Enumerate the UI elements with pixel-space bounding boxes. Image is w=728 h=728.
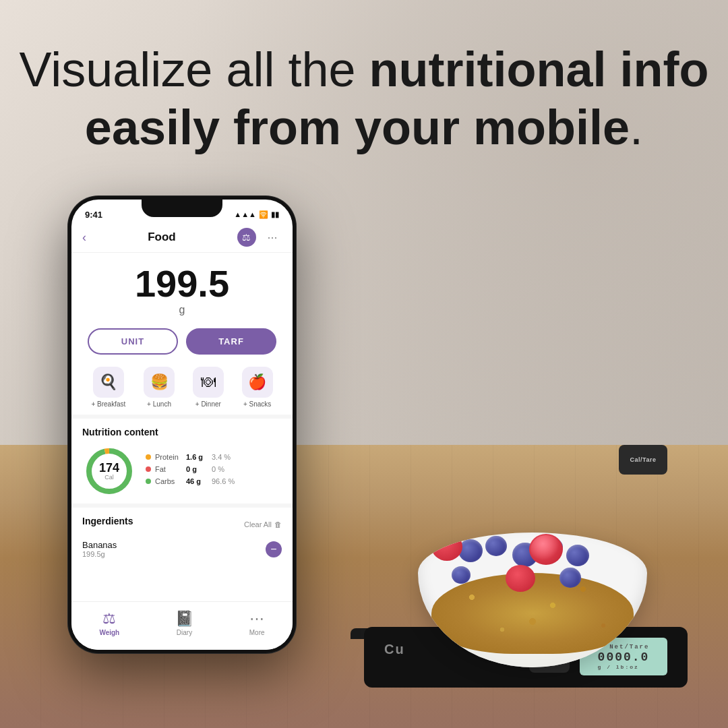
nutrition-content: 174 Cal Protein 1.6 g 3.4 % [82,444,282,498]
protein-row: Protein 1.6 g 3.4 % [146,453,282,461]
fat-dot [146,466,151,472]
bottom-nav: ⚖ Weigh 📓 Diary ⋯ More [71,601,293,650]
action-buttons: UNIT TARF [71,322,293,361]
dinner-item[interactable]: 🍽 + Dinner [193,367,224,408]
dinner-label: + Dinner [195,400,221,408]
more-button[interactable]: ··· [263,228,282,247]
diary-nav-icon: 📓 [175,610,193,628]
nutrition-title: Nutrition content [82,427,282,437]
nav-diary[interactable]: 📓 Diary [175,610,193,636]
tare-button[interactable]: TARF [186,328,276,355]
fat-grams: 0 g [186,465,208,473]
protein-dot [146,454,151,460]
app-header: ‹ Food ⚖ ··· [71,224,293,253]
signal-icon: ▲▲▲ [234,210,256,218]
ingredient-name: Bananas [82,540,117,550]
more-icon: ··· [267,231,277,245]
headline-line1-bold: nutritional info [369,42,709,96]
minus-icon: − [270,543,276,555]
carbs-name: Carbs [155,477,182,485]
donut-center: 174 Cal [82,444,136,498]
weight-display: 199.5 g [71,253,293,322]
weight-unit: g [71,304,293,316]
headline-line2-end: . [630,100,643,154]
ingredients-section: Ingerdients Clear All 🗑 Bananas 199.5g − [71,508,293,566]
snacks-label: + Snacks [243,400,271,408]
headline: Visualize all the nutritional info easil… [0,40,728,157]
scale-icon: ⚖ [242,232,251,243]
snacks-icon: 🍎 [242,367,273,398]
cal-label: Cal [104,474,114,481]
raspberry-2 [529,534,563,565]
clear-all-button[interactable]: Clear All 🗑 [244,520,282,528]
clear-all-label: Clear All [244,520,272,528]
dinner-icon: 🍽 [193,367,224,398]
phone-outer: 9:41 ▲▲▲ 🛜 ▮▮ ‹ Food ⚖ ··· [67,195,297,654]
more-nav-icon: ⋯ [249,610,264,628]
nutrition-section: Nutrition content 174 [71,419,293,508]
fat-pct: 0 % [212,465,224,473]
nav-weigh[interactable]: ⚖ Weigh [99,610,119,636]
ingredient-amount: 199.5g [82,550,117,558]
remove-ingredient-button[interactable]: − [266,541,282,557]
breakfast-icon: 🍳 [93,367,124,398]
raspberry-3 [506,565,535,592]
fat-row: Fat 0 g 0 % [146,465,282,473]
nutrition-table: Protein 1.6 g 3.4 % Fat 0 g 0 % Ca [146,453,282,489]
phone-screen: 9:41 ▲▲▲ 🛜 ▮▮ ‹ Food ⚖ ··· [71,200,293,650]
raspberry-1 [431,533,462,561]
fat-name: Fat [155,465,182,473]
wifi-icon: 🛜 [259,210,268,219]
more-nav-label: More [249,629,265,636]
carbs-row: Carbs 46 g 96.6 % [146,477,282,485]
headline-line2-bold: easily from your mobile [85,100,630,154]
scale-icon-button[interactable]: ⚖ [237,228,256,247]
blueberry-7 [559,568,581,588]
breakfast-item[interactable]: 🍳 + Breakfast [91,367,125,408]
carbs-dot [146,479,151,484]
blueberry-6 [452,566,471,584]
weigh-nav-icon: ⚖ [102,610,116,628]
phone-notch [142,200,222,217]
food-bowl [418,533,647,667]
back-button[interactable]: ‹ [82,231,86,245]
headline-line1-normal: Visualize all the [20,42,369,96]
unit-button[interactable]: UNIT [88,328,178,355]
ingredients-header: Ingerdients Clear All 🗑 [82,516,282,533]
ingredients-title: Ingerdients [82,516,133,526]
weigh-nav-label: Weigh [99,629,119,636]
lunch-label: + Lunch [147,400,171,408]
status-time: 9:41 [85,210,102,220]
battery-icon: ▮▮ [271,210,279,219]
ingredient-row: Bananas 199.5g − [82,540,282,558]
phone-mockup: 9:41 ▲▲▲ 🛜 ▮▮ ‹ Food ⚖ ··· [67,195,297,654]
blueberry-2 [485,536,507,556]
lunch-icon: 🍔 [144,367,175,398]
protein-name: Protein [155,453,182,461]
header-icons: ⚖ ··· [237,228,282,247]
food-bowl-wrapper [391,458,674,674]
protein-grams: 1.6 g [186,453,208,461]
nav-more[interactable]: ⋯ More [249,610,265,636]
lunch-item[interactable]: 🍔 + Lunch [144,367,175,408]
carbs-grams: 46 g [186,477,208,485]
blueberry-1 [458,539,483,562]
blueberry-5 [566,545,589,566]
trash-icon: 🗑 [274,520,282,528]
app-title: Food [148,231,176,244]
protein-pct: 3.4 % [212,453,231,461]
calories-value: 174 [99,462,119,474]
meal-row: 🍳 + Breakfast 🍔 + Lunch 🍽 + Dinner 🍎 + S… [71,361,293,419]
donut-chart: 174 Cal [82,444,136,498]
status-icons: ▲▲▲ 🛜 ▮▮ [234,210,279,219]
carbs-pct: 96.6 % [212,477,235,485]
ingredient-info: Bananas 199.5g [82,540,117,558]
weight-value: 199.5 [71,265,293,303]
breakfast-label: + Breakfast [91,400,125,408]
snacks-item[interactable]: 🍎 + Snacks [242,367,273,408]
diary-nav-label: Diary [177,629,192,636]
